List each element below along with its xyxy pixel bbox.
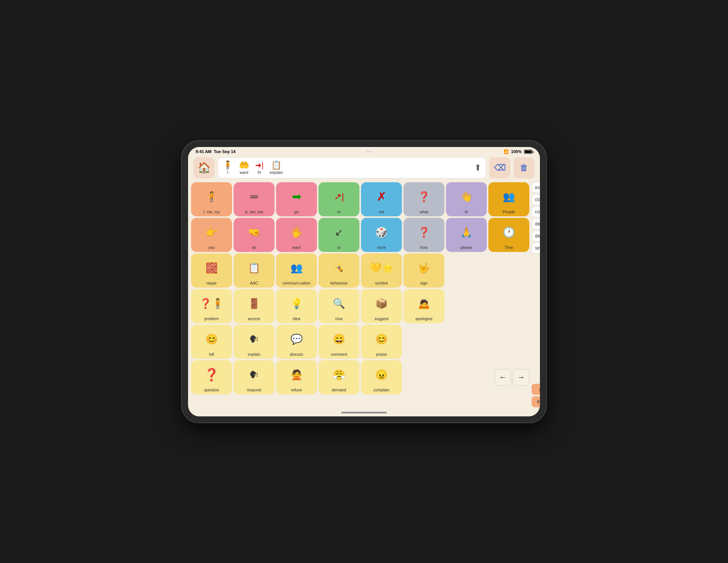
suggest-describe[interactable]: describe <box>532 219 540 229</box>
grid-row-1: 🧍 I, me, my ═ is, am, are ➡ go ↗| to <box>191 182 529 216</box>
sym-more[interactable]: 🎲 more <box>361 218 402 252</box>
sym-hi[interactable]: 👋 hi <box>446 182 487 216</box>
respond-icon: 🗣 <box>249 363 259 387</box>
backspace-button[interactable]: ⌫ <box>489 157 510 178</box>
respond-label: respond <box>247 388 261 393</box>
sym-discuss[interactable]: 💬 discuss <box>276 325 317 359</box>
tell-icon: 😊 <box>206 327 218 351</box>
ipad-screen: 9:41 AM Tue Sep 14 ··· 📶 100% 🏠 🧍 I <box>188 147 540 416</box>
sym-behaviour[interactable]: 🤸 behaviour <box>318 253 359 288</box>
sym-sign[interactable]: 🤟 sign <box>403 253 444 288</box>
sym-question[interactable]: ❓ question <box>191 360 232 394</box>
sym-you[interactable]: 👉 you <box>191 218 232 252</box>
demand-icon: 😤 <box>333 363 345 387</box>
grid-row-4: ❓🧍 problem 🚪 access 💡 idea 🔍 clue <box>191 289 529 323</box>
sym-suggest[interactable]: 📦 suggest <box>361 289 402 323</box>
more-icon: 🎲 <box>375 220 388 244</box>
refuse-label: refuse <box>291 388 302 393</box>
sym-aac[interactable]: 📋 AAC <box>234 253 275 288</box>
sym-i-me-my[interactable]: 🧍 I, me, my <box>191 182 232 216</box>
sym-what[interactable]: ❓ what <box>403 182 444 216</box>
sym-people[interactable]: 👥 People <box>488 182 529 216</box>
sym-idea[interactable]: 💡 idea <box>276 289 317 323</box>
sign-label: sign <box>420 281 427 286</box>
suggest-clarify[interactable]: clarify <box>532 194 540 205</box>
bottom-bar <box>188 409 540 416</box>
next-button[interactable]: → <box>513 369 529 386</box>
sym-problem[interactable]: ❓🧍 problem <box>191 289 232 323</box>
suggest-explain-1[interactable]: explain <box>532 182 540 193</box>
you-icon: 👉 <box>206 220 218 244</box>
prev-button[interactable]: ← <box>494 369 511 386</box>
sym-in[interactable]: ↙ in <box>318 218 359 252</box>
what-icon: ❓ <box>418 185 430 209</box>
sym-demand[interactable]: 😤 demand <box>318 360 359 394</box>
sym-communication[interactable]: 👥 communi-cation <box>276 253 317 288</box>
sym-time[interactable]: 🕐 Time <box>488 218 529 252</box>
sym-please[interactable]: 🙏 please <box>446 218 487 252</box>
sym-not[interactable]: ✗ not <box>361 182 402 216</box>
go-icon: ➡ <box>292 185 301 209</box>
sym-explain[interactable]: 🗣 explain <box>234 325 275 359</box>
do-label: do <box>252 245 256 250</box>
praise-icon: 😊 <box>375 327 388 351</box>
access-label: access <box>248 316 260 321</box>
toolbar: 🏠 🧍 I 🤲 want ➜| to 📋 explain <box>188 156 540 181</box>
behaviour-label: behaviour <box>330 281 348 286</box>
quick-word-a[interactable]: a <box>532 384 540 395</box>
delete-button[interactable]: 🗑 <box>513 157 535 178</box>
sentence-word-1: 🧍 I <box>223 161 233 175</box>
sym-is-am-are[interactable]: ═ is, am, are <box>234 182 275 216</box>
apologise-icon: 🙇 <box>418 291 430 316</box>
sym-access[interactable]: 🚪 access <box>234 289 275 323</box>
sym-complain[interactable]: 😠 complain <box>361 360 402 394</box>
explain-icon: 🗣 <box>249 327 259 351</box>
sym-repair[interactable]: 🧱 repair <box>191 253 232 288</box>
communication-icon: 👥 <box>290 256 303 280</box>
sym-apologise[interactable]: 🙇 apologise <box>403 289 444 323</box>
sym-to[interactable]: ↗| to <box>318 182 359 216</box>
what-label: what <box>420 210 428 214</box>
sentence-pic-4: 📋 <box>271 161 281 169</box>
sym-comment[interactable]: 😄 comment <box>318 325 359 359</box>
home-button[interactable]: 🏠 <box>193 157 215 178</box>
aac-label: AAC <box>250 281 258 286</box>
explain-label: explain <box>248 352 260 357</box>
want-icon: 🖐 <box>290 220 303 244</box>
hi-icon: 👋 <box>460 185 472 209</box>
grid-row-3: 🧱 repair 📋 AAC 👥 communi-cation 🤸 behavi… <box>191 253 529 288</box>
suggest-simplify[interactable]: simplify <box>532 243 540 253</box>
home-indicator <box>341 412 387 413</box>
sym-do[interactable]: 🤜 do <box>234 218 275 252</box>
repair-label: repair <box>207 281 217 286</box>
status-dots: ··· <box>367 149 372 154</box>
you-label: you <box>209 245 215 250</box>
sym-want[interactable]: 🖐 want <box>276 218 317 252</box>
share-button[interactable]: ⬆ <box>474 163 481 173</box>
suggest-description[interactable]: description <box>532 231 540 241</box>
sentence-pic-3: ➜| <box>255 161 264 169</box>
sym-go[interactable]: ➡ go <box>276 182 317 216</box>
sym-clue[interactable]: 🔍 clue <box>318 289 359 323</box>
suggest-icon: 📦 <box>375 291 388 316</box>
sym-symbol[interactable]: 💛⭐ symbol <box>361 253 402 288</box>
sentence-label-2: want <box>240 170 248 175</box>
please-label: please <box>461 245 472 250</box>
want-label: want <box>292 245 301 250</box>
sym-praise[interactable]: 😊 praise <box>361 325 402 359</box>
ipad-frame: 9:41 AM Tue Sep 14 ··· 📶 100% 🏠 🧍 I <box>182 141 546 422</box>
sym-how[interactable]: ❓ how <box>403 218 444 252</box>
how-icon: ❓ <box>418 220 430 244</box>
sym-respond[interactable]: 🗣 respond <box>234 360 275 394</box>
problem-label: problem <box>204 316 219 321</box>
people-label: People <box>503 210 515 214</box>
question-label: question <box>204 388 219 393</box>
time-icon: 🕐 <box>503 220 515 244</box>
grid-row-5: 😊 tell 🗣 explain 💬 discuss 😄 comment <box>191 325 529 359</box>
demand-label: demand <box>332 388 346 393</box>
sym-tell[interactable]: 😊 tell <box>191 325 232 359</box>
sym-refuse[interactable]: 🙅 refuse <box>276 360 317 394</box>
quick-word-the[interactable]: the <box>532 396 540 407</box>
wifi-icon: 📶 <box>504 149 509 154</box>
suggest-correct[interactable]: correct <box>532 206 540 217</box>
